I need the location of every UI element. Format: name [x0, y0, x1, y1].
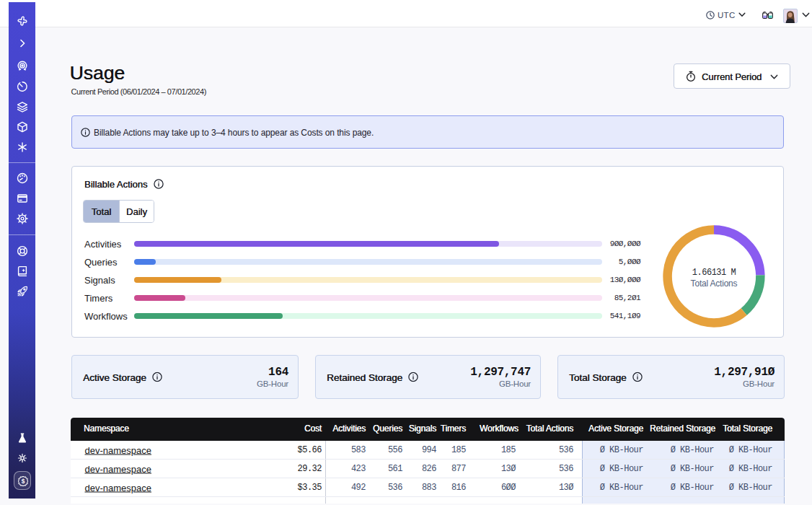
svg-text:$: $	[21, 477, 25, 484]
